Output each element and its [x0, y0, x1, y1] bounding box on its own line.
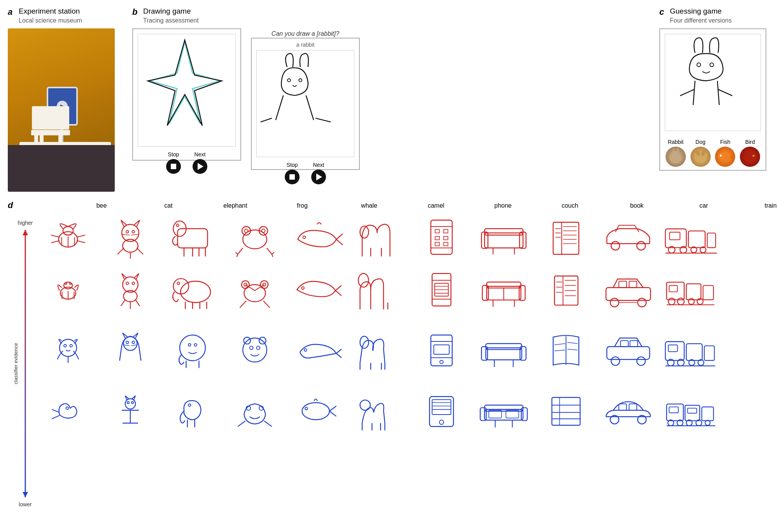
- dog-image: [690, 147, 711, 167]
- svg-point-176: [250, 346, 253, 350]
- guess-dog-label: Dog: [696, 139, 706, 145]
- svg-point-102: [180, 281, 210, 303]
- drawing-prompt-area: Can you draw a [rabbit]? a rabbit: [251, 28, 360, 170]
- svg-rect-57: [444, 236, 448, 240]
- frog-row4: [224, 387, 286, 434]
- panel-c-title: Guessing game: [670, 7, 722, 16]
- train-row3: [659, 327, 722, 373]
- drawing-next-group: Next: [311, 162, 326, 184]
- frog-row1: [224, 214, 286, 261]
- svg-point-146: [610, 298, 619, 307]
- svg-point-170: [194, 344, 197, 346]
- drawing-next-label: Next: [313, 162, 324, 168]
- svg-rect-153: [703, 285, 713, 300]
- camel-row2: [348, 266, 410, 313]
- svg-point-202: [637, 357, 645, 366]
- svg-rect-54: [435, 229, 440, 233]
- svg-rect-259: [619, 404, 627, 411]
- cat-row4: [99, 387, 161, 434]
- svg-rect-237: [429, 397, 454, 427]
- panel-c-label: c: [659, 7, 664, 17]
- guess-option-bird[interactable]: Bird: [740, 139, 760, 167]
- cat-book: book: [603, 202, 670, 209]
- svg-line-166: [124, 345, 130, 346]
- bee-row3: [37, 327, 99, 373]
- svg-point-94: [69, 283, 71, 284]
- couch-row1: [473, 214, 535, 261]
- svg-point-161: [64, 345, 67, 347]
- svg-point-221: [127, 401, 130, 404]
- panel-c-subtitle: Four different versions: [670, 17, 732, 24]
- svg-rect-238: [432, 400, 451, 415]
- svg-rect-81: [707, 233, 716, 248]
- svg-line-97: [121, 299, 125, 306]
- cat-camel: camel: [403, 202, 470, 209]
- tracing-stop-btn[interactable]: [166, 159, 181, 174]
- cat-row1: [99, 214, 161, 261]
- svg-line-17: [77, 235, 85, 238]
- guess-option-fish[interactable]: Fish: [715, 139, 735, 167]
- car-row3: [597, 327, 659, 373]
- car-row2: [597, 266, 659, 313]
- svg-point-162: [70, 345, 72, 347]
- svg-point-14: [63, 227, 73, 235]
- tracing-drawing-box: Stop Next: [132, 28, 241, 161]
- phone-row1: [410, 214, 473, 261]
- tracing-next-label: Next: [194, 151, 206, 158]
- svg-rect-61: [485, 229, 523, 235]
- guess-option-rabbit[interactable]: Rabbit: [666, 139, 686, 167]
- tracing-inner: [138, 34, 236, 147]
- svg-line-196: [554, 344, 565, 345]
- a-rabbit-label: a rabbit: [252, 42, 359, 48]
- svg-line-24: [117, 248, 124, 255]
- svg-point-2: [697, 63, 701, 67]
- train-row1: [659, 214, 722, 261]
- car-row4: [597, 387, 659, 434]
- guess-options: Rabbit Dog: [660, 136, 766, 170]
- drawing-next-btn[interactable]: [311, 170, 326, 184]
- svg-rect-55: [444, 229, 448, 233]
- tracing-box: Stop Next: [132, 28, 241, 170]
- svg-point-78: [637, 242, 645, 250]
- svg-rect-213: [668, 345, 678, 352]
- svg-line-228: [238, 421, 245, 427]
- svg-point-232: [360, 400, 370, 410]
- panel-b-content: Stop Next: [132, 28, 654, 170]
- svg-line-42: [267, 248, 272, 255]
- svg-line-198: [567, 342, 577, 343]
- svg-rect-260: [629, 404, 637, 411]
- cat-car: car: [670, 202, 737, 209]
- guessing-inner: [665, 34, 761, 131]
- svg-rect-31: [178, 229, 208, 248]
- panel-a-title: Experiment station: [19, 7, 80, 16]
- svg-point-44: [262, 229, 265, 233]
- tracing-stop-label: Stop: [168, 151, 179, 158]
- camel-row3: [348, 327, 410, 373]
- svg-line-29: [122, 234, 130, 235]
- rabbit-drawing-svg: [257, 51, 348, 152]
- svg-point-109: [244, 285, 266, 302]
- play-icon-2: [316, 173, 322, 180]
- svg-point-117: [358, 273, 368, 287]
- drawing-stop-btn[interactable]: [285, 170, 300, 184]
- camel-row4: [348, 387, 410, 434]
- svg-rect-79: [665, 229, 686, 247]
- drawing-stop-label: Stop: [287, 162, 298, 168]
- svg-point-216: [66, 407, 69, 410]
- drawing-controls: Stop Next: [252, 162, 359, 184]
- svg-point-116: [301, 287, 304, 289]
- y-axis-text: classifier evidence: [13, 343, 19, 384]
- svg-point-222: [131, 401, 134, 404]
- svg-rect-58: [435, 242, 440, 246]
- svg-point-37: [176, 224, 179, 227]
- elephant-row3: [161, 327, 224, 373]
- whale-row2: [286, 266, 348, 313]
- fish-image: [715, 147, 735, 167]
- svg-point-178: [304, 349, 307, 352]
- svg-point-1: [299, 79, 302, 82]
- guess-option-dog[interactable]: Dog: [690, 139, 711, 167]
- book-row1: [535, 214, 597, 261]
- panel-b-subtitle: Tracing assessment: [143, 17, 199, 24]
- tracing-next-btn[interactable]: [193, 159, 207, 174]
- whale-row3: [286, 327, 348, 373]
